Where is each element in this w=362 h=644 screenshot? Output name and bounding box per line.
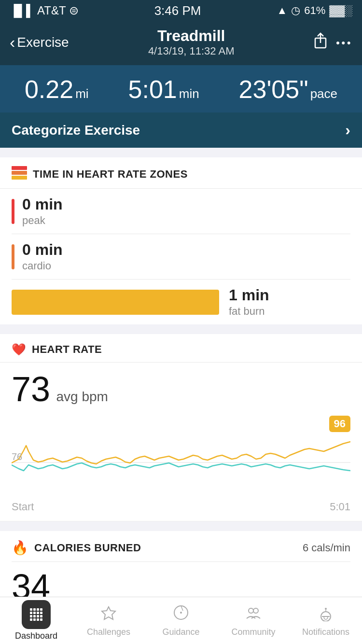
heart-icon: ❤️: [12, 343, 26, 356]
challenges-icon: [100, 604, 117, 625]
dashboard-label: Dashboard: [15, 631, 57, 641]
guidance-icon: [172, 604, 190, 625]
notifications-label: Notifications: [302, 627, 349, 637]
svg-point-30: [325, 608, 327, 610]
svg-rect-4: [12, 176, 27, 180]
svg-rect-20: [37, 618, 39, 621]
svg-rect-21: [40, 618, 42, 621]
community-label: Community: [231, 627, 275, 637]
svg-rect-18: [30, 618, 32, 621]
categorize-label: Categorize Exercise: [12, 123, 140, 138]
battery-label: 61%: [304, 4, 325, 17]
nav-notifications[interactable]: Notifications: [290, 597, 362, 644]
exercise-date: 4/13/19, 11:32 AM: [148, 45, 235, 57]
peak-bpm-badge: 96: [329, 416, 350, 432]
pace-value: 23'05"pace: [239, 75, 337, 104]
calories-title-group: 🔥 CALORIES BURNED: [12, 540, 141, 556]
share-button[interactable]: [314, 32, 327, 53]
distance-stat: 0.22mi: [25, 75, 89, 104]
peak-indicator: [12, 199, 14, 224]
calories-header: 🔥 CALORIES BURNED 6 cals/min: [12, 540, 350, 562]
fatburn-bar: [12, 290, 219, 315]
calories-title: CALORIES BURNED: [34, 542, 141, 554]
community-icon: [245, 604, 262, 625]
svg-rect-8: [37, 608, 39, 611]
heart-rate-zones-section: TIME IN HEART RATE ZONES 0 min peak 0 mi…: [0, 157, 362, 324]
categorize-button[interactable]: Categorize Exercise ›: [0, 112, 362, 148]
flame-icon: 🔥: [12, 540, 28, 556]
heart-rate-svg: [12, 417, 350, 494]
svg-line-25: [181, 606, 183, 611]
back-button[interactable]: ‹ Exercise: [10, 33, 69, 52]
svg-rect-2: [12, 166, 27, 170]
status-time: 3:46 PM: [154, 3, 201, 18]
chevron-right-icon: ›: [345, 121, 350, 139]
zones-title: TIME IN HEART RATE ZONES: [33, 168, 188, 181]
svg-rect-6: [30, 608, 32, 611]
challenges-label: Challenges: [87, 627, 130, 637]
zones-header: TIME IN HEART RATE ZONES: [0, 157, 362, 189]
svg-marker-22: [102, 607, 115, 619]
svg-rect-10: [30, 612, 32, 614]
guidance-label: Guidance: [162, 627, 199, 637]
chart-start-label: Start: [12, 501, 34, 513]
svg-rect-16: [37, 615, 39, 617]
dashboard-icon: [22, 600, 51, 629]
heartrate-title: HEART RATE: [32, 343, 102, 356]
location-icon: ▲: [277, 4, 288, 17]
heart-rate-section: ❤️ HEART RATE 73 avg bpm 96 76 Start 5:0…: [0, 334, 362, 521]
svg-rect-12: [37, 612, 39, 614]
svg-point-26: [249, 608, 253, 613]
zones-icon: [12, 166, 27, 182]
svg-rect-17: [40, 615, 42, 617]
svg-rect-7: [33, 608, 36, 611]
exercise-title: Treadmill: [148, 27, 235, 45]
nav-guidance[interactable]: Guidance: [145, 597, 217, 644]
wifi-icon: ⊜: [69, 4, 79, 17]
svg-rect-13: [40, 612, 42, 614]
pace-stat: 23'05"pace: [239, 75, 337, 104]
back-label: Exercise: [17, 35, 69, 50]
carrier-label: AT&T: [37, 4, 66, 17]
fatburn-zone-row: 1 min fat burn: [0, 280, 362, 324]
header-title-group: Treadmill 4/13/19, 11:32 AM: [148, 27, 235, 57]
alarm-icon: ◷: [291, 4, 300, 17]
header-actions: ●●●: [314, 32, 352, 53]
chevron-left-icon: ‹: [10, 33, 15, 52]
avg-bpm-display: 73 avg bpm: [0, 363, 362, 412]
exercise-header: ‹ Exercise Treadmill 4/13/19, 11:32 AM ●…: [0, 21, 362, 65]
avg-bpm-value: 73: [12, 370, 50, 408]
calories-rate: 6 cals/min: [303, 542, 350, 554]
chart-axis-labels: Start 5:01: [0, 499, 362, 521]
cardio-indicator: [12, 244, 14, 269]
signal-icon: ▐▌▌: [10, 4, 34, 17]
heart-rate-chart: 96 76: [0, 412, 362, 499]
svg-rect-15: [33, 615, 36, 617]
nav-dashboard[interactable]: Dashboard: [0, 597, 72, 644]
duration-value: 5:01min: [128, 75, 199, 104]
svg-point-24: [180, 612, 182, 614]
svg-point-27: [253, 608, 258, 613]
heartrate-header: ❤️ HEART RATE: [0, 334, 362, 363]
avg-bpm-label: avg bpm: [56, 389, 108, 404]
stats-bar: 0.22mi 5:01min 23'05"pace: [0, 65, 362, 112]
distance-value: 0.22mi: [25, 75, 89, 104]
peak-label: 0 min peak: [22, 196, 63, 227]
svg-rect-11: [33, 612, 36, 614]
peak-zone-row: 0 min peak: [0, 189, 362, 234]
svg-rect-9: [40, 608, 42, 611]
svg-rect-19: [33, 618, 36, 621]
status-right: ▲ ◷ 61% ▓▓░: [277, 4, 353, 17]
status-left: ▐▌▌ AT&T ⊜: [10, 4, 79, 17]
nav-community[interactable]: Community: [217, 597, 290, 644]
y-axis-label: 76: [12, 451, 22, 462]
nav-challenges[interactable]: Challenges: [72, 597, 145, 644]
duration-stat: 5:01min: [128, 75, 199, 104]
fatburn-label: 1 min fat burn: [229, 286, 269, 318]
more-button[interactable]: ●●●: [336, 39, 352, 46]
cardio-label: 0 min cardio: [22, 241, 63, 272]
battery-icon: ▓▓░: [329, 4, 352, 17]
svg-rect-14: [30, 615, 32, 617]
cardio-zone-row: 0 min cardio: [0, 234, 362, 279]
status-bar: ▐▌▌ AT&T ⊜ 3:46 PM ▲ ◷ 61% ▓▓░: [0, 0, 362, 21]
